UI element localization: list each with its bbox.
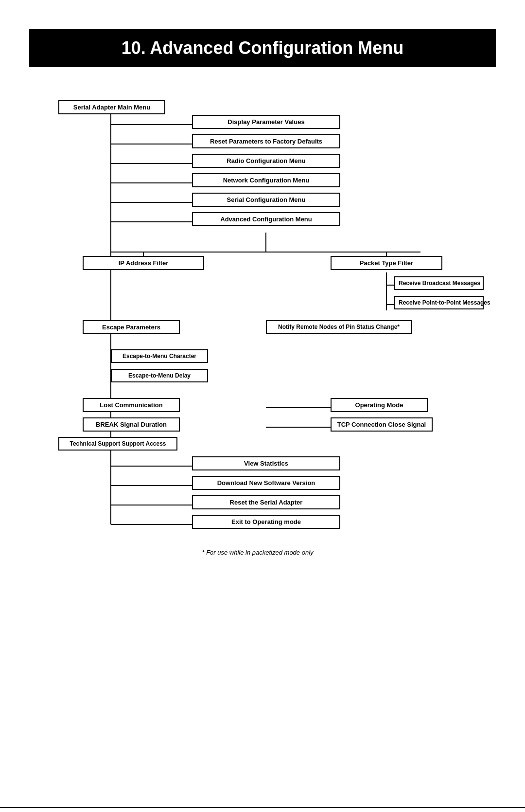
box-ip-filter: IP Address Filter	[83, 256, 204, 270]
box-escape-delay: Escape-to-Menu Delay	[111, 369, 208, 382]
box-packet-filter: Packet Type Filter	[331, 256, 442, 270]
box-advanced-config: Advanced Configuration Menu	[192, 212, 340, 226]
box-network-config: Network Configuration Menu	[192, 173, 340, 187]
box-view-stats: View Statistics	[192, 456, 340, 470]
footnote: * For use while in packetized mode only	[29, 549, 486, 556]
box-escape-params: Escape Parameters	[83, 320, 180, 334]
box-receive-broadcast: Receive Broadcast Messages	[394, 276, 484, 290]
page-number: 55	[0, 807, 525, 812]
box-break-signal: BREAK Signal Duration	[83, 417, 180, 432]
box-display-params: Display Parameter Values	[192, 115, 340, 129]
box-tech-support: Technical Support Support Access	[58, 437, 177, 451]
box-lost-comm: Lost Communication	[83, 398, 180, 412]
box-reset-adapter: Reset the Serial Adapter	[192, 495, 340, 509]
box-escape-char: Escape-to-Menu Character	[111, 349, 208, 363]
page: 10. Advanced Configuration Menu	[0, 29, 525, 812]
box-notify-remote: Notify Remote Nodes of Pin Status Change…	[266, 320, 412, 334]
box-exit-op: Exit to Operating mode	[192, 515, 340, 529]
box-receive-p2p: Receive Point-to-Point Messages	[394, 296, 484, 309]
page-title: 10. Advanced Configuration Menu	[29, 29, 496, 67]
diagram-area: Serial Adapter Main Menu Display Paramet…	[29, 87, 496, 670]
box-tcp-close: TCP Connection Close Signal	[331, 417, 433, 432]
box-download-sw: Download New Software Version	[192, 476, 340, 490]
box-radio-config: Radio Configuration Menu	[192, 154, 340, 168]
box-operating-mode: Operating Mode	[331, 398, 428, 412]
box-serial-config: Serial Configuration Menu	[192, 193, 340, 207]
diagram-container: Serial Adapter Main Menu Display Paramet…	[29, 87, 486, 670]
box-main-menu: Serial Adapter Main Menu	[58, 100, 165, 114]
box-reset-params: Reset Parameters to Factory Defaults	[192, 134, 340, 148]
